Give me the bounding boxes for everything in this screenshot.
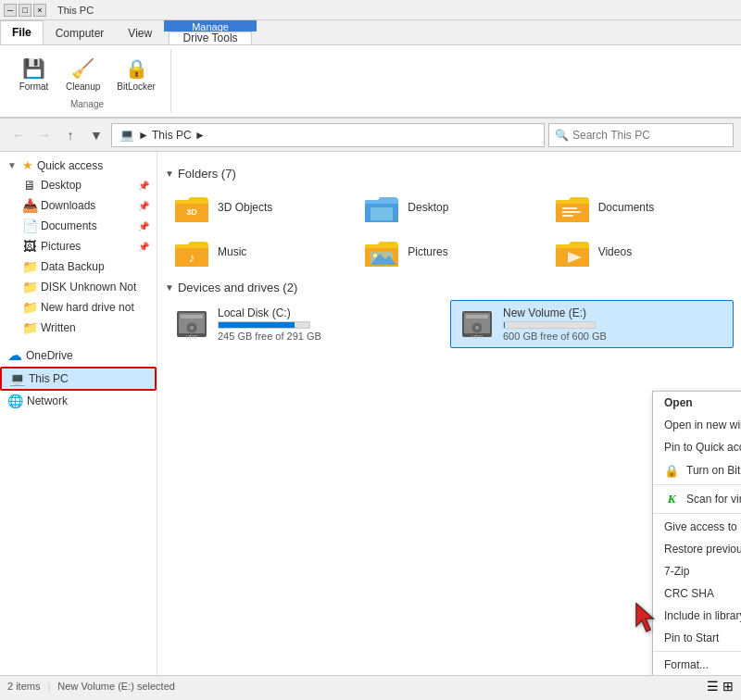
close-btn[interactable]: ×	[33, 4, 46, 17]
pc-icon-address: 💻	[119, 128, 134, 142]
main-layout: ▼ ★ Quick access 🖥 Desktop 📌 📥 Downloads…	[0, 152, 741, 675]
titlebar-controls: ─ □ ×	[4, 4, 46, 17]
folder-item-documents[interactable]: Documents	[546, 186, 734, 229]
folder-item-music[interactable]: ♪ Music	[165, 231, 353, 273]
sidebar-pictures-label: Pictures	[41, 240, 81, 253]
ctx-7zip[interactable]: 7-Zip ►	[653, 560, 741, 582]
minimize-btn[interactable]: ─	[4, 4, 17, 17]
drives-section-header[interactable]: ▼ Devices and drives (2)	[165, 281, 734, 294]
folders-grid: 3D 3D Objects Desktop Documents ♪	[165, 186, 734, 273]
drive-c-name: Local Disk (C:)	[218, 306, 321, 319]
search-input[interactable]	[572, 129, 727, 142]
ctx-scan-viruses-label: Scan for viruses	[686, 493, 741, 506]
ctx-scan-viruses[interactable]: K Scan for viruses	[653, 487, 741, 511]
ctx-7zip-label: 7-Zip	[664, 565, 689, 578]
onedrive-icon: ☁	[7, 346, 22, 364]
svg-marker-35	[636, 604, 653, 631]
drive-item-c[interactable]: HDD Local Disk (C:) 245 GB free of 291 G…	[165, 300, 448, 348]
ctx-open-new-window-label: Open in new window	[664, 419, 741, 431]
ctx-open-new-window[interactable]: Open in new window	[653, 414, 741, 436]
drive-c-bar-container	[218, 321, 310, 329]
recent-btn[interactable]: ▼	[85, 124, 107, 146]
sidebar-item-documents[interactable]: 📄 Documents 📌	[0, 216, 157, 236]
folders-section-label: Folders (7)	[178, 167, 236, 181]
sidebar-item-onedrive[interactable]: ☁ OneDrive	[0, 344, 157, 367]
sidebar-onedrive-label: OneDrive	[26, 349, 73, 362]
bitlocker-icon: 🔒	[125, 57, 148, 80]
this-pc-icon: 💻	[9, 371, 25, 386]
ctx-crc-sha[interactable]: CRC SHA ►	[653, 582, 741, 605]
sidebar-item-new-hard-drive[interactable]: 📁 New hard drive not	[0, 297, 157, 318]
folder-pictures-icon	[363, 235, 400, 269]
folder-item-videos[interactable]: Videos	[546, 231, 734, 273]
sidebar-item-data-backup[interactable]: 📁 Data Backup	[0, 256, 157, 277]
data-backup-icon: 📁	[22, 259, 37, 274]
ctx-bitlocker[interactable]: 🔒 Turn on BitLocker	[653, 458, 741, 482]
maximize-btn[interactable]: □	[19, 4, 31, 17]
address-path: ► This PC ►	[138, 129, 206, 142]
sidebar-new-hard-drive-label: New hard drive not	[41, 301, 134, 314]
svg-rect-10	[562, 215, 573, 217]
sidebar-item-disk-unknown[interactable]: 📁 DISK Unknown Not	[0, 277, 157, 297]
folders-section-header[interactable]: ▼ Folders (7)	[165, 167, 734, 181]
ctx-bitlocker-label: Turn on BitLocker	[686, 464, 741, 477]
tab-computer[interactable]: Computer	[44, 20, 117, 44]
ctx-include-library[interactable]: Include in library ►	[653, 605, 741, 627]
view-tiles-btn[interactable]: ⊞	[722, 679, 734, 694]
sidebar-item-quick-access[interactable]: ▼ ★ Quick access	[0, 156, 157, 175]
drive-c-info: Local Disk (C:) 245 GB free of 291 GB	[218, 306, 321, 342]
cleanup-icon: 🧹	[71, 57, 94, 80]
sidebar-item-this-pc[interactable]: 💻 This PC	[0, 367, 157, 391]
ribbon-section-manage-label: Manage	[70, 99, 104, 109]
up-btn[interactable]: ↑	[59, 124, 82, 146]
forward-btn[interactable]: →	[33, 124, 56, 146]
svg-point-32	[475, 326, 479, 330]
sidebar-item-pictures[interactable]: 🖼 Pictures 📌	[0, 236, 157, 256]
tab-file[interactable]: File	[0, 20, 44, 44]
folder-item-desktop[interactable]: Desktop	[355, 186, 543, 229]
svg-point-18	[373, 254, 377, 257]
folder-item-pictures[interactable]: Pictures	[355, 231, 543, 273]
tab-view[interactable]: View	[116, 20, 164, 44]
ribbon-btn-cleanup[interactable]: 🧹 Cleanup	[60, 54, 106, 95]
downloads-icon: 📥	[22, 198, 37, 213]
ctx-format[interactable]: Format...	[653, 654, 741, 675]
ctx-open[interactable]: Open	[653, 392, 741, 414]
format-icon: 💾	[22, 57, 45, 80]
folder-item-3d-objects[interactable]: 3D 3D Objects	[165, 186, 353, 229]
sidebar-written-label: Written	[41, 321, 76, 334]
ribbon-btn-format[interactable]: 💾 Format	[13, 54, 55, 95]
ctx-open-label: Open	[664, 396, 693, 409]
titlebar: ─ □ × This PC	[0, 0, 741, 20]
ctx-restore-versions[interactable]: Restore previous versions	[653, 538, 741, 560]
sidebar-item-downloads[interactable]: 📥 Downloads 📌	[0, 195, 157, 216]
search-box: 🔍	[548, 123, 734, 147]
scan-viruses-icon: K	[664, 492, 679, 506]
back-btn[interactable]: ←	[7, 124, 30, 146]
ctx-give-access[interactable]: Give access to ►	[653, 516, 741, 538]
folder-videos-label: Videos	[598, 245, 632, 258]
ribbon-btn-bitlocker[interactable]: 🔒 BitLocker	[111, 54, 161, 95]
sidebar-item-desktop[interactable]: 🖥 Desktop 📌	[0, 175, 157, 195]
pin-icon-documents: 📌	[138, 221, 149, 231]
ctx-pin-quick-access[interactable]: Pin to Quick access	[653, 436, 741, 458]
sidebar-disk-unknown-label: DISK Unknown Not	[41, 281, 136, 294]
pin-icon-downloads: 📌	[138, 201, 149, 211]
pin-icon-desktop: 📌	[138, 181, 149, 191]
sidebar-documents-label: Documents	[41, 219, 97, 232]
status-separator: |	[47, 681, 50, 692]
sidebar-item-network[interactable]: 🌐 Network	[0, 391, 157, 411]
ctx-give-access-label: Give access to	[664, 520, 737, 533]
tab-drive-tools[interactable]: Drive Tools	[169, 31, 251, 44]
ctx-sep2	[653, 513, 741, 514]
address-box[interactable]: 💻 ► This PC ►	[111, 123, 545, 147]
ctx-pin-start[interactable]: Pin to Start	[653, 627, 741, 649]
drives-arrow: ▼	[165, 282, 174, 293]
view-details-btn[interactable]: ☰	[707, 679, 719, 694]
folder-pictures-label: Pictures	[408, 245, 447, 258]
drive-e-icon: HDD	[458, 307, 496, 341]
pictures-icon-sidebar: 🖼	[22, 239, 37, 254]
sidebar-item-written[interactable]: 📁 Written	[0, 318, 157, 338]
drive-e-name: New Volume (E:)	[503, 306, 607, 319]
drive-item-e[interactable]: HDD New Volume (E:) 600 GB free of 600 G…	[450, 300, 734, 348]
